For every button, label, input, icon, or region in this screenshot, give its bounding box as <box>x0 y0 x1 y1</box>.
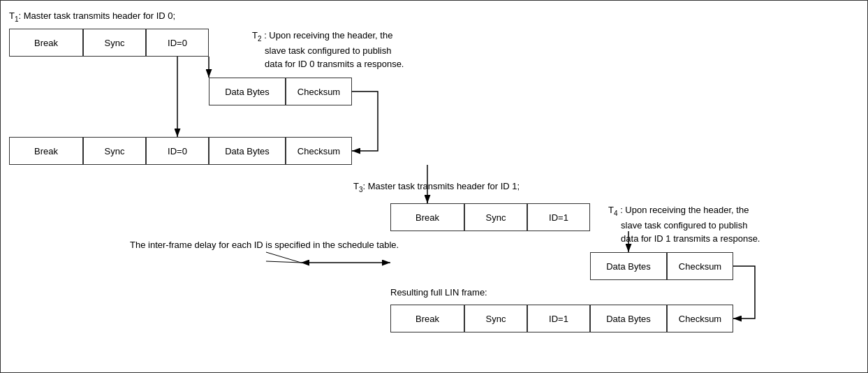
row2-break: Break <box>9 137 83 165</box>
row4-checksum: Checksum <box>667 305 733 332</box>
svg-line-4 <box>266 252 301 263</box>
row2-data-bytes: Data Bytes <box>209 137 286 165</box>
row4-id: ID=1 <box>527 305 590 332</box>
t2-label: T2 : Upon receiving the header, the slav… <box>252 29 404 71</box>
row1-id: ID=0 <box>146 29 209 57</box>
row3-data-bytes: Data Bytes <box>590 252 667 280</box>
row3-sync: Sync <box>464 203 527 231</box>
row1-data-bytes: Data Bytes <box>209 78 286 105</box>
row1-checksum: Checksum <box>286 78 352 105</box>
svg-line-5 <box>266 261 301 263</box>
row1-sync: Sync <box>83 29 146 57</box>
row2-sync: Sync <box>83 137 146 165</box>
row3-break: Break <box>390 203 464 231</box>
row4-break: Break <box>390 305 464 332</box>
diagram: T1: Master task transmits header for ID … <box>0 0 868 373</box>
row3-id: ID=1 <box>527 203 590 231</box>
t3-label: T3: Master task transmits header for ID … <box>353 181 520 193</box>
row4-data-bytes: Data Bytes <box>590 305 667 332</box>
row1-break: Break <box>9 29 83 57</box>
row2-id: ID=0 <box>146 137 209 165</box>
row3-checksum: Checksum <box>667 252 733 280</box>
inter-frame-label: The inter-frame delay for each ID is spe… <box>130 238 399 253</box>
row2-checksum: Checksum <box>286 137 352 165</box>
t1-label: T1: Master task transmits header for ID … <box>9 10 175 23</box>
t4-label: T4 : Upon receiving the header, the slav… <box>608 203 760 246</box>
resulting-label: Resulting full LIN frame: <box>390 287 487 298</box>
row4-sync: Sync <box>464 305 527 332</box>
